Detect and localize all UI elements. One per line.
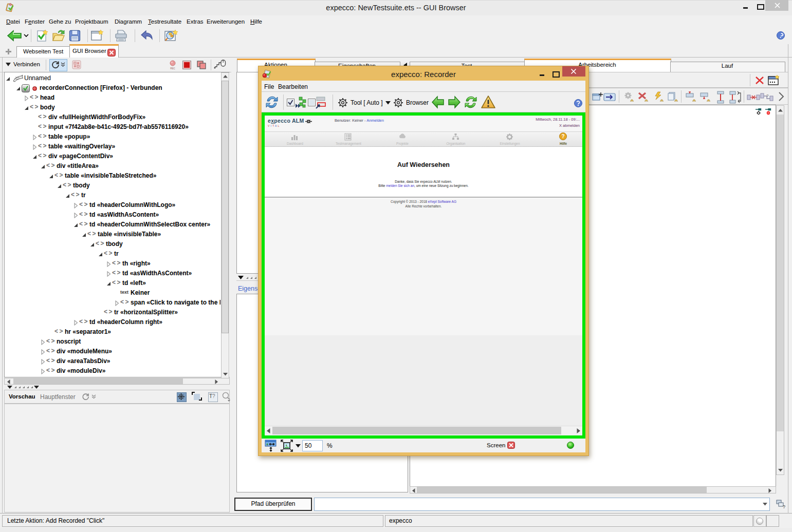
svg-text:REC: REC <box>170 67 175 70</box>
svg-text:?: ? <box>561 134 564 139</box>
svg-text:?: ? <box>783 504 785 509</box>
svg-text:?: ? <box>766 93 769 98</box>
